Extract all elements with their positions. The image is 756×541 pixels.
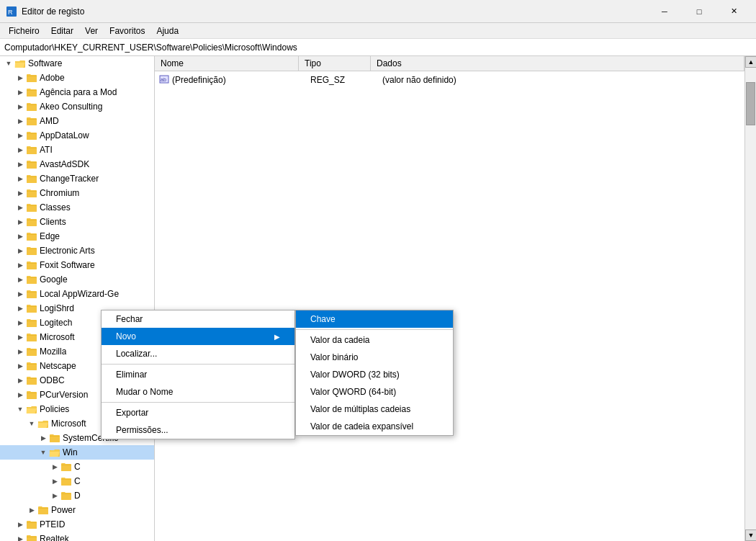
folder-icon xyxy=(26,360,37,372)
folder-icon xyxy=(26,288,37,300)
tree-item-pteid[interactable]: ▶ PTEID xyxy=(0,517,154,532)
svg-rect-20 xyxy=(27,335,37,336)
svg-rect-29 xyxy=(38,508,48,509)
tree-arrow: ▶ xyxy=(14,101,26,112)
tree-item-classes[interactable]: ▶ Classes xyxy=(0,200,154,215)
app-icon: R xyxy=(6,6,17,17)
tree-arrow: ▶ xyxy=(14,144,26,156)
folder-icon xyxy=(26,317,37,328)
tree-label: Realtek xyxy=(40,534,69,541)
submenu-item-valorqword[interactable]: Valor QWORD (64-bit) xyxy=(296,383,453,401)
tree-item-akeo[interactable]: ▶ Akeo Consulting xyxy=(0,99,154,114)
submenu-item-valorcadeiaexp[interactable]: Valor de cadeia expansível xyxy=(296,418,453,435)
col-tipo[interactable]: Tipo xyxy=(299,56,371,71)
menu-favoritos[interactable]: Favoritos xyxy=(104,24,150,37)
folder-icon xyxy=(14,58,26,69)
tree-arrow: ▶ xyxy=(14,86,26,98)
svg-rect-9 xyxy=(27,176,37,177)
tree-item-electronicarts[interactable]: ▶ Electronic Arts xyxy=(0,243,154,258)
tree-arrow: ▶ xyxy=(49,461,60,473)
tree-label: ODBC xyxy=(40,375,65,385)
context-menu-item-permissoes[interactable]: Permissões... xyxy=(102,421,294,439)
folder-icon xyxy=(26,187,37,199)
tree-arrow: ▶ xyxy=(14,158,26,170)
context-menu-item-localizar[interactable]: Localizar... xyxy=(102,345,294,362)
context-menu-item-novo[interactable]: Novo▶ xyxy=(102,328,294,345)
tree-panel: ▼ Software▶ Adobe▶ Agência para a Mod▶ A… xyxy=(0,56,155,541)
tree-item-realtek[interactable]: ▶ Realtek xyxy=(0,532,154,541)
svg-rect-30 xyxy=(27,522,37,523)
tree-item-edge[interactable]: ▶ Edge xyxy=(0,229,154,243)
tree-label: Microsoft xyxy=(40,332,75,342)
tree-item-appdatalow[interactable]: ▶ AppDataLow xyxy=(0,128,154,143)
tree-item-foxitsoftware[interactable]: ▶ Foxit Software xyxy=(0,258,154,272)
submenu-item-valormultiplas[interactable]: Valor de múltiplas cadeias xyxy=(296,401,453,418)
submenu-divider xyxy=(296,329,453,330)
tree-item-localappwizard[interactable]: ▶ Local AppWizard-Ge xyxy=(0,287,154,301)
tree-item-ati[interactable]: ▶ ATI xyxy=(0,143,154,157)
scroll-thumb[interactable] xyxy=(746,82,755,125)
tree-item-adobe[interactable]: ▶ Adobe xyxy=(0,71,154,85)
tree-arrow: ▶ xyxy=(14,187,26,199)
tree-item-win-d[interactable]: ▶ D xyxy=(0,488,154,503)
scroll-up-btn[interactable]: ▲ xyxy=(745,56,756,68)
submenu-item-valorcadeia[interactable]: Valor da cadeia xyxy=(296,331,453,349)
context-menu-item-fechar[interactable]: Fechar xyxy=(102,310,294,328)
svg-rect-24 xyxy=(27,393,37,393)
scroll-track[interactable] xyxy=(745,68,756,529)
tree-item-software[interactable]: ▼ Software xyxy=(0,56,154,71)
minimize-button[interactable]: ─ xyxy=(648,0,681,23)
tree-arrow: ▼ xyxy=(14,403,26,415)
folder-icon xyxy=(26,101,37,112)
tree-arrow: ▶ xyxy=(14,259,26,271)
context-menu-item-eliminar[interactable]: Eliminar xyxy=(102,366,294,383)
window-controls: ─ □ ✕ xyxy=(648,0,750,23)
submenu-item-valordword[interactable]: Valor DWORD (32 bits) xyxy=(296,366,453,383)
tree-item-avastadsdk[interactable]: ▶ AvastAdSDK xyxy=(0,157,154,171)
tree-item-amd[interactable]: ▶ AMD xyxy=(0,114,154,128)
close-button[interactable]: ✕ xyxy=(717,0,750,23)
submenu-item-chave[interactable]: Chave xyxy=(296,310,453,328)
folder-icon xyxy=(26,375,37,386)
folder-icon xyxy=(26,259,37,271)
submenu-item-valorbinario[interactable]: Valor binário xyxy=(296,349,453,366)
svg-rect-12 xyxy=(27,220,37,220)
tree-item-chromium[interactable]: ▶ Chromium xyxy=(0,186,154,200)
svg-rect-28 xyxy=(61,493,71,494)
tree-item-clients[interactable]: ▶ Clients xyxy=(0,215,154,229)
registry-tipo: REG_SZ xyxy=(310,75,382,85)
svg-rect-11 xyxy=(27,205,37,206)
svg-rect-22 xyxy=(27,364,37,365)
tree-item-changetracker[interactable]: ▶ ChangeTracker xyxy=(0,171,154,186)
tree-item-agencia[interactable]: ▶ Agência para a Mod xyxy=(0,85,154,99)
submenu: ChaveValor da cadeiaValor binárioValor D… xyxy=(295,310,454,436)
scroll-down-btn[interactable]: ▼ xyxy=(745,529,756,541)
tree-label: Power xyxy=(51,505,76,515)
menu-ajuda[interactable]: Ajuda xyxy=(150,24,184,37)
context-menu-item-exportar[interactable]: Exportar xyxy=(102,404,294,421)
svg-rect-17 xyxy=(27,292,37,292)
tree-arrow: ▶ xyxy=(14,274,26,285)
tree-item-google[interactable]: ▶ Google xyxy=(0,272,154,287)
folder-icon xyxy=(26,72,37,84)
side-scrollbar[interactable]: ▲ ▼ xyxy=(744,56,756,541)
menu-ver[interactable]: Ver xyxy=(79,24,104,37)
folder-icon xyxy=(26,403,37,415)
tree-item-win-c1[interactable]: ▶ C xyxy=(0,460,154,474)
tree-arrow: ▶ xyxy=(14,288,26,300)
tree-arrow: ▶ xyxy=(14,389,26,401)
col-nome[interactable]: Nome xyxy=(155,56,299,71)
registry-row[interactable]: ab (Predefinição)REG_SZ(valor não defini… xyxy=(156,73,743,87)
tree-item-win-c2[interactable]: ▶ C xyxy=(0,474,154,488)
svg-rect-15 xyxy=(27,263,37,264)
tree-arrow: ▶ xyxy=(14,231,26,242)
context-menu-item-mudarNome[interactable]: Mudar o Nome xyxy=(102,383,294,401)
menu-editar[interactable]: Editar xyxy=(45,24,79,37)
maximize-button[interactable]: □ xyxy=(683,0,716,23)
tree-item-windows[interactable]: ▼ Win xyxy=(0,445,154,460)
col-dados[interactable]: Dados xyxy=(371,56,744,71)
tree-label: PCurVersion xyxy=(40,390,88,400)
tree-arrow: ▼ xyxy=(37,447,49,458)
menu-ficheiro[interactable]: Ficheiro xyxy=(3,24,45,37)
tree-item-power[interactable]: ▶ Power xyxy=(0,503,154,517)
